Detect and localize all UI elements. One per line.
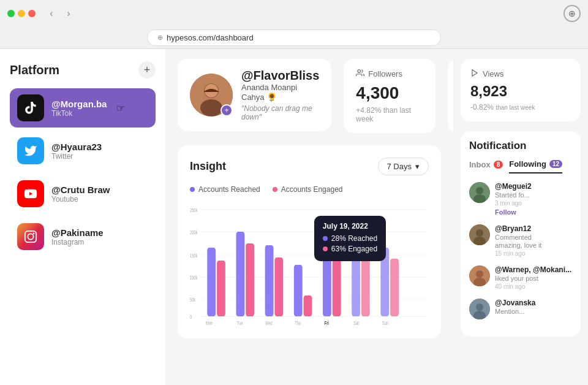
svg-rect-29: [323, 231, 331, 316]
tab-inbox-label: Inbox: [469, 160, 491, 169]
instagram-platform: Instagram: [51, 238, 104, 246]
svg-rect-31: [352, 248, 360, 316]
add-platform-button[interactable]: +: [138, 61, 156, 78]
followers-header: Followers: [356, 69, 423, 79]
dot-yellow: [18, 10, 25, 17]
svg-point-44: [476, 187, 483, 194]
svg-rect-21: [207, 248, 216, 316]
twitter-info: @Hyaura23 Twitter: [51, 142, 102, 161]
youtube-info: @Crutu Braw Youtube: [51, 185, 110, 204]
svg-point-7: [358, 70, 361, 73]
notif-time-0: 3 min ago: [495, 200, 532, 207]
profile-username: @FlavorBliss: [241, 69, 319, 83]
notif-time-1: 15 min ago: [495, 250, 541, 257]
notif-item-3: @Jovanska Mention...: [469, 299, 572, 319]
avatar-wrapper: +: [190, 74, 233, 116]
followers-value: 4,300: [356, 83, 423, 104]
views-card: Views 8,923 -0.82% than last week: [448, 59, 453, 133]
sidebar-item-twitter[interactable]: @Hyaura23 Twitter: [10, 131, 156, 170]
svg-rect-24: [246, 243, 254, 316]
traffic-lights: [7, 10, 36, 17]
svg-rect-26: [274, 257, 283, 316]
notif-avatar-3: [469, 299, 490, 319]
twitter-platform: Twitter: [51, 152, 102, 161]
svg-text:50k: 50k: [190, 296, 195, 303]
svg-text:Tue: Tue: [237, 319, 243, 326]
views-play-icon: [470, 69, 479, 79]
sidebar: Platform + @Morgan.ba TikTok ☞: [0, 49, 165, 385]
svg-text:Thu: Thu: [295, 319, 301, 326]
views-stat-change: -0.82% than last week: [470, 103, 571, 112]
tab-inbox[interactable]: Inbox 8: [469, 159, 503, 173]
twitter-handle: @Hyaura23: [51, 142, 102, 152]
notif-name-1: @Bryan12: [495, 224, 541, 233]
legend-reached-label: Accounts Reached: [198, 185, 260, 194]
svg-text:100k: 100k: [190, 274, 197, 281]
sidebar-title: Platform: [10, 63, 59, 77]
svg-text:0: 0: [190, 313, 192, 320]
follow-button-0[interactable]: Follow: [495, 208, 532, 216]
notif-action-2: liked your post: [495, 275, 571, 282]
address-bar-row: ⊕ hypesos.com/dashboard: [0, 27, 588, 48]
legend-engaged-label: Accounts Engaged: [281, 185, 343, 194]
svg-text:Mon: Mon: [206, 319, 213, 326]
forward-button[interactable]: ›: [62, 7, 75, 20]
notif-detail-1: amazing, love it: [495, 242, 541, 249]
insight-section: Insight 7 Days ▾ Accounts Reached Accoun…: [178, 145, 441, 338]
youtube-handle: @Crutu Braw: [51, 185, 110, 195]
svg-point-50: [476, 270, 483, 278]
svg-rect-23: [236, 232, 244, 316]
chart-legend: Accounts Reached Accounts Engaged: [190, 185, 429, 194]
sidebar-item-instagram[interactable]: @Pakiname Instagram: [10, 217, 156, 256]
profile-card: + @FlavorBliss Ananda Moanpi Cahya 🌻 "No…: [178, 59, 331, 131]
notif-item-1: @Bryan12 Commented amazing, love it 15 m…: [469, 224, 572, 257]
notification-panel: Views 8,923 -0.82% than last week Notifi…: [453, 49, 588, 385]
followers-card: Followers 4,300 +4.82% than last week: [344, 59, 435, 133]
back-button[interactable]: ‹: [45, 7, 58, 20]
svg-text:Sat: Sat: [354, 319, 360, 326]
notification-tabs: Inbox 8 Following 12: [469, 159, 572, 173]
notification-section: Notification Inbox 8 Following 12 @Megue…: [461, 131, 581, 337]
notif-action-0: Started fo...: [495, 191, 532, 199]
notif-item-0: @Meguei2 Started fo... 3 min ago Follow: [469, 182, 572, 216]
legend-engaged: Accounts Engaged: [273, 185, 343, 194]
sidebar-header: Platform +: [10, 61, 156, 78]
avatar-add-button[interactable]: +: [221, 104, 233, 116]
period-dropdown[interactable]: 7 Days ▾: [378, 158, 429, 175]
notif-content-2: @Warnep, @Mokani... liked your post 40 m…: [495, 265, 571, 290]
svg-point-2: [33, 233, 35, 235]
tiktok-handle: @Morgan.ba: [51, 99, 107, 109]
views-stat-label: Views: [483, 69, 503, 78]
inbox-badge: 8: [494, 161, 503, 169]
sidebar-item-tiktok[interactable]: @Morgan.ba TikTok ☞: [10, 88, 156, 128]
profile-fullname: Ananda Moanpi Cahya 🌻: [241, 83, 319, 102]
browser-chrome: ‹ › ⊕ ⊕ hypesos.com/dashboard: [0, 0, 588, 49]
svg-point-53: [476, 303, 483, 311]
dot-red: [28, 10, 36, 17]
svg-text:Fri: Fri: [325, 319, 329, 326]
svg-text:200k: 200k: [190, 229, 197, 235]
sidebar-item-youtube[interactable]: @Crutu Braw Youtube: [10, 174, 156, 213]
followers-label: Followers: [368, 69, 402, 78]
notif-content-1: @Bryan12 Commented amazing, love it 15 m…: [495, 224, 541, 257]
add-tab-button[interactable]: ⊕: [564, 5, 581, 22]
tab-following-label: Following: [509, 159, 546, 169]
svg-rect-27: [294, 265, 303, 316]
chart-container: 250k 200k 150k 100k 50k 0: [190, 204, 429, 326]
top-row: + @FlavorBliss Ananda Moanpi Cahya 🌻 "No…: [178, 59, 441, 133]
svg-text:Wed: Wed: [265, 319, 273, 326]
legend-dot-blue: [190, 187, 195, 192]
svg-rect-34: [390, 259, 399, 316]
notif-action-1: Commented: [495, 234, 541, 241]
address-bar[interactable]: ⊕ hypesos.com/dashboard: [147, 29, 441, 46]
tab-following[interactable]: Following 12: [509, 159, 562, 173]
views-stats-card: Views 8,923 -0.82% than last week: [461, 59, 581, 121]
app-wrapper: Platform + @Morgan.ba TikTok ☞: [0, 49, 588, 385]
youtube-logo: [17, 180, 44, 207]
notif-item-2: @Warnep, @Mokani... liked your post 40 m…: [469, 265, 572, 290]
legend-reached: Accounts Reached: [190, 185, 260, 194]
svg-rect-32: [361, 259, 370, 316]
svg-rect-0: [25, 231, 36, 242]
svg-text:150k: 150k: [190, 252, 197, 259]
insight-header: Insight 7 Days ▾: [190, 158, 429, 175]
